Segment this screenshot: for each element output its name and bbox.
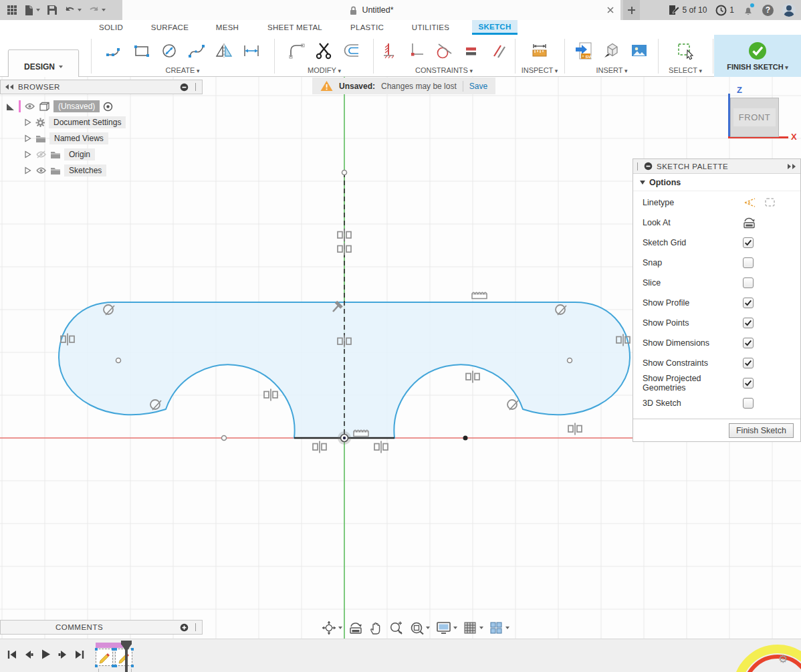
symmetry-constraint-icon[interactable] (338, 243, 351, 255)
ribbon-tab-solid[interactable]: SOLID (90, 20, 132, 35)
ribbon-tab-surface[interactable]: SURFACE (142, 20, 198, 35)
activate-component-icon[interactable] (103, 102, 113, 112)
viewcube-front-face[interactable]: FRONT (730, 98, 779, 137)
panel-expand-icon[interactable] (180, 623, 189, 632)
sketch-palette-header[interactable]: SKETCH PALETTE (633, 159, 800, 174)
spline-tool-button[interactable] (185, 38, 209, 64)
visibility-eye-icon[interactable] (24, 102, 35, 111)
look-at-button[interactable] (346, 620, 365, 636)
zoom-button[interactable] (386, 620, 405, 637)
document-tab[interactable]: Untitled* (122, 0, 620, 20)
viewports-button[interactable] (487, 620, 511, 636)
checkbox-show-points[interactable] (743, 318, 754, 328)
viewports-caret[interactable] (505, 627, 509, 629)
construction-linetype-icon[interactable] (743, 197, 758, 209)
group-label-modify[interactable]: MODIFY (275, 66, 373, 74)
sketch-point[interactable] (116, 358, 121, 363)
app-grid-button[interactable] (7, 5, 17, 15)
panel-minimize-icon[interactable] (180, 83, 189, 92)
symmetry-constraint-icon[interactable] (338, 229, 351, 241)
display-settings-caret[interactable] (453, 627, 457, 629)
timeline-position-marker[interactable] (121, 644, 132, 652)
group-label-constraints[interactable]: CONSTRAINTS (374, 66, 513, 74)
ribbon-tab-sheet-metal[interactable]: SHEET METAL (257, 20, 332, 35)
ribbon-tab-sketch[interactable]: SKETCH (472, 20, 518, 35)
checkbox-snap[interactable] (743, 257, 754, 268)
symmetry-constraint-icon[interactable] (466, 371, 479, 383)
equal-constraint-icon[interactable] (354, 430, 368, 436)
browser-row-named-views[interactable]: Named Views (0, 130, 203, 146)
file-menu-button[interactable] (24, 5, 40, 16)
browser-header[interactable]: BROWSER (0, 80, 203, 94)
checkbox-show-projected-geometries[interactable] (743, 378, 754, 388)
checkbox-show-dimensions[interactable] (743, 338, 754, 348)
grid-settings-button[interactable] (461, 620, 485, 636)
browser-row-unsaved[interactable]: (Unsaved) (0, 98, 203, 114)
visibility-eye-icon[interactable] (35, 166, 47, 175)
sketch-point[interactable] (222, 436, 227, 441)
symmetry-constraint-icon[interactable] (568, 423, 582, 435)
panel-grip[interactable] (195, 83, 198, 91)
checkbox-3d-sketch[interactable] (743, 398, 754, 409)
group-label-insert[interactable]: INSERT (566, 66, 658, 74)
orbit-caret[interactable] (338, 627, 342, 629)
checkbox-slice[interactable] (743, 277, 754, 288)
notifications-button[interactable] (743, 5, 754, 16)
redo-button[interactable] (88, 5, 106, 15)
open-documents-button[interactable]: 5 of 10 (668, 5, 707, 16)
look-at-icon[interactable] (743, 217, 756, 229)
pan-button[interactable] (367, 620, 384, 637)
step-forward-button[interactable] (58, 649, 68, 660)
sketch-point[interactable] (342, 171, 347, 175)
help-button[interactable]: ? (762, 5, 774, 16)
expand-caret-icon[interactable] (23, 134, 32, 143)
expand-caret-icon[interactable] (23, 118, 32, 127)
offset-tool-button[interactable] (340, 38, 364, 64)
group-label-inspect[interactable]: INSPECT (516, 66, 563, 74)
select-tool-button[interactable] (673, 38, 697, 64)
visibility-off-icon[interactable] (35, 150, 47, 159)
job-status-button[interactable]: 1 (715, 5, 734, 16)
insert-derive-button[interactable] (600, 38, 624, 64)
expand-chevrons-icon[interactable] (787, 163, 796, 170)
browser-row-origin[interactable]: Origin (0, 146, 203, 162)
display-settings-button[interactable] (434, 620, 459, 636)
browser-row-sketches[interactable]: Sketches (0, 162, 203, 179)
close-tab-button[interactable] (606, 5, 615, 15)
viewcube[interactable]: FRONT Z X (722, 84, 801, 150)
trim-tool-button[interactable] (312, 38, 336, 64)
ribbon-tab-utilities[interactable]: UTILITIES (401, 20, 460, 35)
panel-grip[interactable] (195, 623, 198, 631)
group-label-select[interactable]: SELECT (659, 66, 711, 74)
tangent-constraint-icon[interactable] (507, 400, 518, 410)
zoom-window-caret[interactable] (426, 627, 430, 629)
save-link[interactable]: Save (469, 82, 487, 91)
finish-sketch-button[interactable]: FINISH SKETCH (714, 35, 801, 77)
canvas-viewport[interactable]: BROWSER (Unsaved)Document SettingsNamed … (0, 77, 801, 639)
group-label-create[interactable]: CREATE (92, 66, 273, 74)
play-button[interactable] (40, 649, 51, 660)
mirror-tool-button[interactable] (212, 38, 236, 64)
browser-row-document-settings[interactable]: Document Settings (0, 114, 203, 130)
rectangle-tool-button[interactable] (130, 38, 154, 64)
fillet-tool-button[interactable] (285, 38, 309, 64)
undo-history-caret[interactable] (78, 9, 82, 11)
equal-constraint-icon[interactable] (472, 292, 487, 298)
comments-header[interactable]: COMMENTS (0, 620, 203, 635)
insert-svg-button[interactable]: SVG (572, 38, 596, 64)
skip-to-start-button[interactable] (7, 649, 17, 660)
expand-caret-icon[interactable] (23, 166, 32, 175)
sketch-point[interactable] (463, 436, 468, 441)
checkbox-show-profile[interactable] (743, 298, 754, 308)
sketch-dimension-button[interactable] (239, 38, 263, 64)
origin-point[interactable] (338, 431, 351, 445)
circle-tool-button[interactable] (157, 38, 181, 64)
checkbox-sketch-grid[interactable] (743, 237, 754, 248)
avatar[interactable] (782, 3, 796, 17)
fix-constraint-button[interactable] (377, 38, 401, 64)
sketch-point[interactable] (568, 358, 572, 363)
panel-minimize-icon[interactable] (644, 162, 653, 171)
orbit-button[interactable] (320, 619, 344, 637)
timeline-sketch-feature-1[interactable] (96, 649, 113, 666)
grid-settings-caret[interactable] (479, 627, 483, 629)
